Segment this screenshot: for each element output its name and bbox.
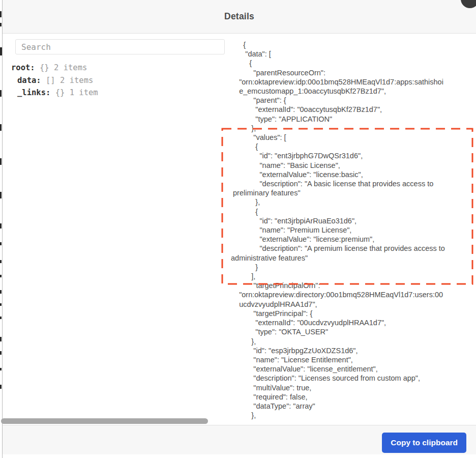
background-text-fragment [0,351,2,355]
modal-body: root: {} 2 items data: [] 2 items _links… [3,34,476,425]
background-text-fragment [0,11,2,17]
background-text-fragment [0,90,2,97]
tree-key: _links: [17,88,55,97]
close-icon[interactable] [461,0,476,8]
background-text-fragment [0,47,2,55]
background-page-edge [0,0,3,458]
json-tree-panel: root: {} 2 items data: [] 2 items _links… [11,39,225,99]
tree-item-data[interactable]: data: [] 2 items [11,74,225,87]
search-input[interactable] [15,39,225,54]
background-text-fragment [0,290,2,294]
copy-to-clipboard-button[interactable]: Copy to clipboard [382,433,466,453]
tree-item-links[interactable]: _links: {} 1 item [11,87,225,99]
modal-footer: Copy to clipboard [3,425,476,454]
horizontal-scrollbar[interactable] [1,418,208,424]
json-raw-view[interactable]: { "data": [ { "parentResourceOrn": "orn:… [229,40,476,420]
background-text-fragment [0,337,2,341]
details-modal-screen: Details root: {} 2 items data: [] 2 item… [0,0,476,458]
background-text-fragment [0,242,2,245]
background-text-fragment [0,124,2,131]
background-text-fragment [0,23,2,26]
tree-key: data: [17,76,46,85]
details-modal: Details root: {} 2 items data: [] 2 item… [3,0,476,458]
background-text-fragment [0,260,2,263]
background-text-fragment [0,303,2,306]
background-text-fragment [0,192,2,198]
background-text-fragment [0,223,2,228]
tree-meta: {} 1 item [55,88,98,97]
background-text-fragment [0,368,2,370]
background-text-fragment [0,317,2,319]
tree-meta: {} 2 items [40,63,87,72]
modal-header: Details [3,0,476,34]
tree-key: root: [11,63,40,72]
background-text-fragment [0,385,2,389]
background-text-fragment [0,158,2,165]
tree-item-root[interactable]: root: {} 2 items [11,62,225,74]
modal-title: Details [224,11,254,22]
background-text-fragment [0,275,2,277]
json-tree: root: {} 2 items data: [] 2 items _links… [11,62,225,99]
tree-meta: [] 2 items [46,76,93,85]
